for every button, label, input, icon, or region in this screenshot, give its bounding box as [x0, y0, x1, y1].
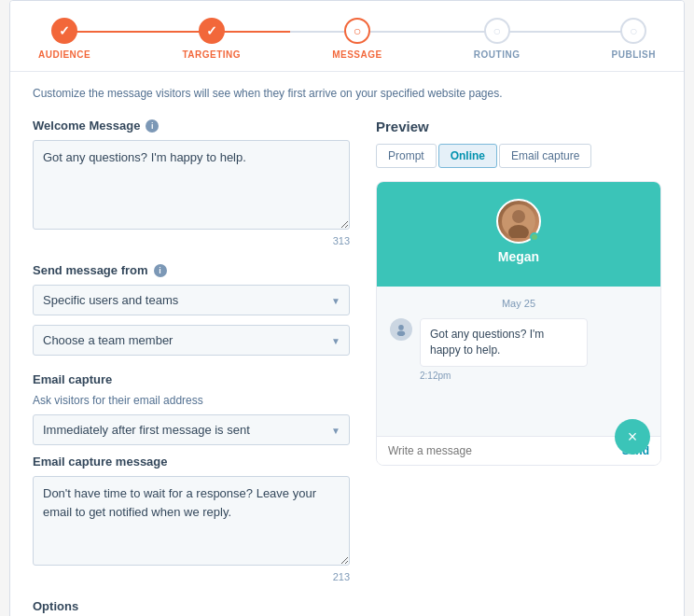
email-capture-title: Email capture: [33, 372, 350, 386]
welcome-message-input[interactable]: Got any questions? I'm happy to help.: [33, 140, 350, 230]
agent-avatar-small: [390, 318, 412, 341]
preview-container: Megan May 25: [376, 181, 661, 466]
step-circle-publish: ○: [620, 18, 646, 44]
step-circle-audience: ✓: [51, 18, 77, 44]
left-column: Welcome Message i Got any questions? I'm…: [33, 119, 350, 616]
step-items: ✓ AUDIENCE ✓ TARGETING ○ MESSAGE ○ ROUTI…: [38, 18, 656, 60]
step-audience[interactable]: ✓ AUDIENCE: [38, 18, 90, 60]
step-label-routing: ROUTING: [474, 49, 520, 60]
send-from-section: Send message from i Specific users and t…: [33, 263, 350, 356]
step-label-message: MESSAGE: [332, 49, 382, 60]
step-routing[interactable]: ○ ROUTING: [474, 18, 520, 60]
message-time: 2:12pm: [420, 371, 588, 381]
send-from-select[interactable]: Specific users and teams Any available u…: [33, 285, 350, 315]
send-from-title: Send message from i: [33, 263, 350, 277]
send-from-select-wrapper: Specific users and teams Any available u…: [33, 285, 350, 315]
tab-online[interactable]: Online: [438, 144, 497, 168]
options-title: Options: [33, 599, 350, 613]
step-message[interactable]: ○ MESSAGE: [332, 18, 382, 60]
step-circle-targeting: ✓: [199, 18, 225, 44]
right-column: Preview Prompt Online Email capture: [376, 119, 661, 616]
svg-point-4: [397, 330, 405, 336]
message-content: Got any questions? I'm happy to help. 2:…: [420, 318, 588, 381]
two-column-layout: Welcome Message i Got any questions? I'm…: [33, 119, 661, 616]
team-member-select[interactable]: Choose a team member: [33, 325, 350, 356]
email-timing-select[interactable]: Immediately after first message is sent …: [33, 414, 350, 445]
team-member-select-wrapper: Choose a team member ▼: [33, 325, 350, 356]
message-bubble: Got any questions? I'm happy to help.: [420, 318, 588, 367]
email-capture-char-count: 213: [33, 571, 350, 582]
email-capture-message-title: Email capture message: [33, 455, 350, 469]
chat-preview: Megan May 25: [376, 181, 661, 466]
welcome-message-char-count: 313: [33, 235, 350, 246]
svg-point-1: [512, 210, 525, 223]
step-label-targeting: TARGETING: [182, 49, 241, 60]
avatar-wrapper: [496, 199, 541, 244]
step-publish[interactable]: ○ PUBLISH: [612, 18, 656, 60]
step-circle-routing: ○: [484, 18, 510, 44]
email-timing-select-wrapper: Immediately after first message is sent …: [33, 414, 350, 445]
welcome-message-title: Welcome Message i: [33, 119, 350, 133]
options-section: Options Pop open the welcome message as …: [33, 599, 350, 616]
chat-header: Megan: [377, 182, 660, 287]
preview-title: Preview: [376, 119, 661, 134]
step-circle-message: ○: [344, 18, 370, 44]
send-from-info-icon[interactable]: i: [154, 264, 167, 277]
welcome-message-info-icon[interactable]: i: [146, 119, 159, 133]
close-chat-button[interactable]: ×: [615, 419, 650, 455]
close-icon: ×: [628, 427, 638, 447]
preview-tabs: Prompt Online Email capture: [376, 144, 661, 168]
date-divider: May 25: [390, 298, 647, 309]
tab-email-capture[interactable]: Email capture: [499, 144, 591, 168]
email-capture-helper: Ask visitors for their email address: [33, 394, 350, 407]
agent-name: Megan: [392, 249, 645, 264]
stepper: ✓ AUDIENCE ✓ TARGETING ○ MESSAGE ○ ROUTI…: [10, 1, 684, 72]
tab-prompt[interactable]: Prompt: [376, 144, 437, 168]
email-capture-section: Email capture Ask visitors for their ema…: [33, 372, 350, 582]
page-subtitle: Customize the message visitors will see …: [33, 87, 661, 100]
main-container: ✓ AUDIENCE ✓ TARGETING ○ MESSAGE ○ ROUTI…: [9, 0, 685, 616]
welcome-message-section: Welcome Message i Got any questions? I'm…: [33, 119, 350, 246]
chat-input[interactable]: [388, 444, 622, 457]
step-targeting[interactable]: ✓ TARGETING: [182, 18, 241, 60]
email-capture-message-input[interactable]: Don't have time to wait for a response? …: [33, 476, 350, 566]
content-area: Customize the message visitors will see …: [10, 72, 684, 616]
chat-message-row: Got any questions? I'm happy to help. 2:…: [390, 318, 647, 381]
svg-point-3: [398, 325, 404, 330]
step-label-publish: PUBLISH: [612, 49, 656, 60]
step-label-audience: AUDIENCE: [38, 49, 90, 60]
avatar-status-indicator: [530, 232, 539, 242]
chat-body: May 25 Got any questions? I'm happy: [377, 287, 660, 436]
